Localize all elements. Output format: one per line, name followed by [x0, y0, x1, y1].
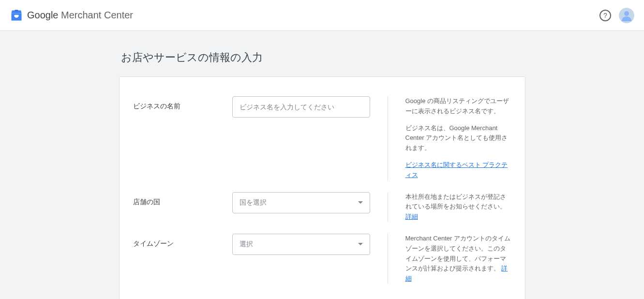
country-select-value: 国を選択: [240, 198, 267, 207]
header-right: ?: [599, 8, 634, 23]
timezone-label: タイムゾーン: [133, 234, 232, 248]
business-name-help: Google の商品リスティングでユーザーに表示されるビジネス名です。 ビジネス…: [388, 96, 511, 180]
main-content: お店やサービスの情報の入力 ビジネスの名前 Google の商品リスティングでユ…: [119, 31, 525, 299]
chevron-down-icon: [358, 243, 363, 245]
page-title: お店やサービスの情報の入力: [119, 50, 525, 65]
business-name-input[interactable]: [232, 96, 370, 118]
logo-text-rest: Merchant Center: [59, 10, 134, 20]
country-details-link[interactable]: 詳細: [405, 213, 418, 220]
help-text: Google の商品リスティングでユーザーに表示されるビジネス名です。: [405, 96, 511, 117]
country-label: 店舗の国: [133, 192, 232, 207]
business-name-label: ビジネスの名前: [133, 96, 232, 111]
chevron-down-icon: [358, 201, 363, 204]
country-help: 本社所在地またはビジネスが登記されている場所をお知らせください。 詳細: [388, 192, 511, 222]
timezone-control: 選択: [232, 234, 370, 255]
svg-rect-1: [15, 10, 18, 11]
country-control: 国を選択: [232, 192, 370, 213]
app-header: Google Merchant Center ?: [0, 0, 644, 31]
help-text: Merchant Center アカウントのタイムゾーンを選択してください。この…: [405, 234, 511, 284]
timezone-select-value: 選択: [240, 240, 253, 249]
avatar[interactable]: [619, 8, 634, 23]
timezone-select[interactable]: 選択: [232, 234, 370, 255]
svg-point-3: [624, 11, 629, 16]
timezone-help: Merchant Center アカウントのタイムゾーンを選択してください。この…: [388, 234, 511, 284]
form-card: ビジネスの名前 Google の商品リスティングでユーザーに表示されるビジネス名…: [119, 76, 525, 299]
business-name-best-practices-link[interactable]: ビジネス名に関するベスト プラクティス: [405, 161, 508, 179]
business-name-control: [232, 96, 370, 118]
merchant-center-logo-icon: [10, 9, 23, 22]
logo-text-google: Google: [27, 10, 59, 20]
app-title: Google Merchant Center: [27, 10, 133, 21]
help-text: 本社所在地またはビジネスが登記されている場所をお知らせください。 詳細: [405, 192, 511, 222]
row-country: 店舗の国 国を選択 本社所在地またはビジネスが登記されている場所をお知らせくださ…: [133, 186, 511, 228]
row-timezone: タイムゾーン 選択 Merchant Center アカウントのタイムゾーンを選…: [133, 228, 511, 290]
help-text: ビジネス名は、Google Merchant Center アカウント名としても…: [405, 123, 511, 153]
country-select[interactable]: 国を選択: [232, 192, 370, 213]
header-left: Google Merchant Center: [10, 9, 133, 22]
row-business-name: ビジネスの名前 Google の商品リスティングでユーザーに表示されるビジネス名…: [133, 90, 511, 186]
help-icon[interactable]: ?: [599, 10, 611, 21]
